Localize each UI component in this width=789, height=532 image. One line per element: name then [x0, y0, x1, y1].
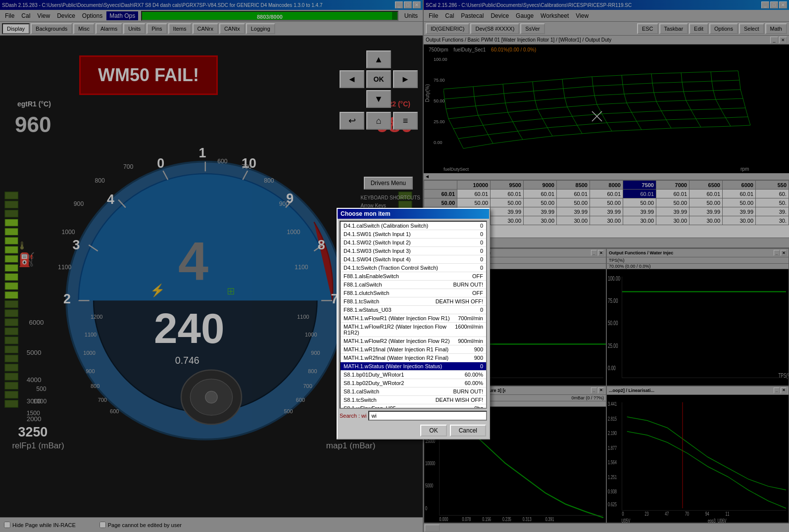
list-item[interactable]: S8.1.wFlowFreq_U05 0hz [341, 404, 486, 409]
modal-title: Choose mon item [338, 209, 489, 219]
modal-cancel-btn[interactable]: Cancel [450, 425, 486, 436]
list-item[interactable]: MATH.1.wR2final (Water Injection R2 Fina… [341, 354, 486, 362]
list-item[interactable]: D4.1.SW01 (Switch Input 1) 0 [341, 230, 486, 239]
list-item[interactable]: D4.1.calSwitch (Calibration Switch) 0 [341, 222, 486, 230]
list-item[interactable]: D4.1.SW02 (Switch Input 2) 0 [341, 239, 486, 247]
list-item[interactable]: F88.1.clutchSwitch OFF [341, 289, 486, 297]
search-input[interactable] [368, 411, 487, 421]
list-item[interactable]: MATH.1.wFlowR2 (Water Injection Flow R2)… [341, 337, 486, 345]
list-item-selected[interactable]: MATH.1.wStatus (Water Injection Status) … [341, 362, 486, 371]
search-label: Search : wi [340, 413, 366, 419]
list-item[interactable]: MATH.1.wR1final (Water Injection R1 Fina… [341, 345, 486, 354]
modal-overlay: Choose mon item D4.1.calSwitch (Calibrat… [0, 0, 789, 532]
modal-search-bar: Search : wi [340, 411, 487, 421]
choose-mon-dialog: Choose mon item D4.1.calSwitch (Calibrat… [337, 208, 490, 439]
list-item[interactable]: D4.1.SW04 (Switch Input 4) 0 [341, 255, 486, 264]
list-item[interactable]: MATH.1.wFlowR1R2 (Water Injection Flow R… [341, 323, 486, 337]
modal-footer: OK Cancel [338, 423, 489, 438]
list-item[interactable]: F88.1.alsEnableSwitch OFF [341, 272, 486, 281]
list-item[interactable]: D4.1.SW03 (Switch Input 3) 0 [341, 247, 486, 255]
list-item[interactable]: S8.1.bp01Duty_WRotor1 60.00% [341, 371, 486, 379]
modal-ok-btn[interactable]: OK [420, 425, 446, 436]
list-item[interactable]: D4.1.tcSwitch (Traction Control Switch) … [341, 264, 486, 272]
list-item[interactable]: F88.1.wStatus_U03 0 [341, 306, 486, 314]
modal-list[interactable]: D4.1.calSwitch (Calibration Switch) 0 D4… [340, 221, 487, 409]
list-item[interactable]: S8.1.tcSwitch DEATH WISH OFF! [341, 396, 486, 404]
list-item[interactable]: MATH.1.wFlowR1 (Water Injection Flow R1)… [341, 314, 486, 323]
list-item[interactable]: F88.1.tcSwitch DEATH WISH OFF! [341, 297, 486, 306]
list-item[interactable]: S8.1.bp02Duty_WRotor2 60.00% [341, 379, 486, 387]
list-item[interactable]: S8.1.calSwitch BURN OUT! [341, 387, 486, 396]
list-item[interactable]: F88.1.calSwitch BURN OUT! [341, 281, 486, 289]
